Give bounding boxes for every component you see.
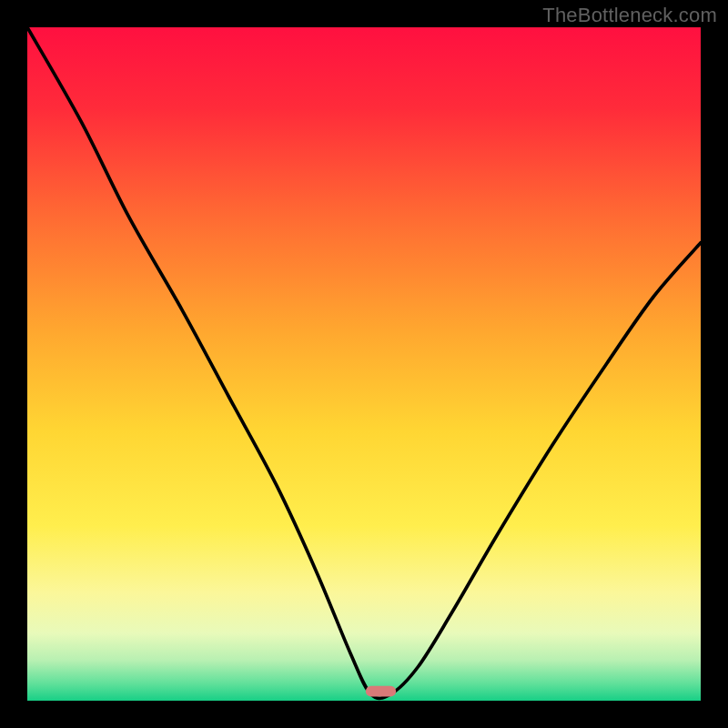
optimal-marker [366, 686, 396, 697]
plot-area [27, 27, 701, 701]
gradient-background [27, 27, 701, 701]
chart-frame: TheBottleneck.com [0, 0, 728, 728]
watermark-label: TheBottleneck.com [542, 4, 717, 27]
bottleneck-chart [27, 27, 701, 701]
